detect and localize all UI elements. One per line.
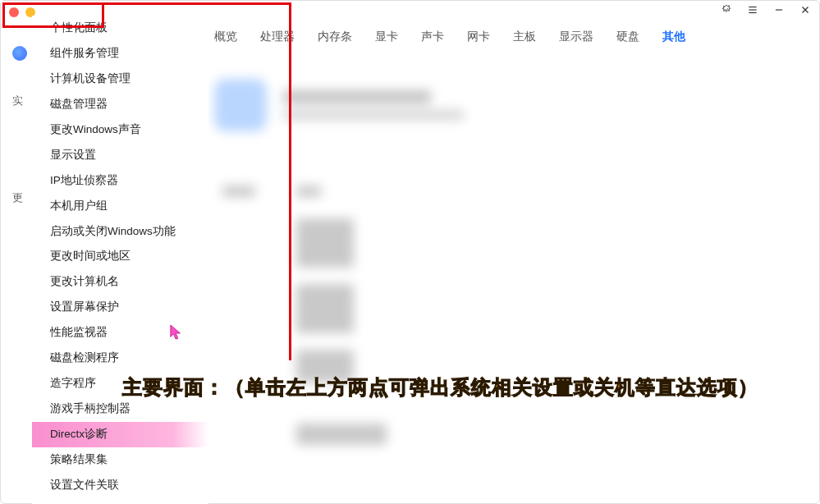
tab-8[interactable]: 硬盘 — [616, 30, 639, 44]
tab-1[interactable]: 处理器 — [260, 30, 295, 44]
sidebar-label-2[interactable]: 更 — [12, 190, 34, 205]
annotation-text: 主要界面：（单击左上方两点可弹出系统相关设置或关机等直达选项） — [122, 374, 758, 401]
tab-0[interactable]: 概览 — [214, 30, 237, 44]
tab-4[interactable]: 声卡 — [421, 30, 444, 44]
tab-6[interactable]: 主板 — [513, 30, 536, 44]
tab-5[interactable]: 网卡 — [467, 30, 490, 44]
menu-item-16[interactable]: Directx诊断 — [32, 422, 208, 447]
context-menu: 个性化面板组件服务管理计算机设备管理磁盘管理器更改Windows声音显示设置IP… — [32, 16, 208, 504]
content-area — [214, 79, 795, 479]
tab-9[interactable]: 其他 — [662, 30, 685, 44]
menu-item-7[interactable]: 本机用户组 — [32, 194, 208, 219]
menu-item-0[interactable]: 个性化面板 — [32, 16, 208, 41]
sidebar-label-1[interactable]: 实 — [12, 94, 34, 108]
menu-item-8[interactable]: 启动或关闭Windows功能 — [32, 219, 208, 245]
app-window: 概览处理器内存条显卡声卡网卡主板显示器硬盘其他 实 更 个性化面板组件服务管理计… — [0, 0, 820, 504]
window-controls — [721, 4, 811, 18]
menu-item-5[interactable]: 显示设置 — [32, 143, 208, 168]
menu-item-6[interactable]: IP地址侦察器 — [32, 168, 208, 194]
menu-item-4[interactable]: 更改Windows声音 — [32, 117, 208, 143]
menu-item-19[interactable]: 远程桌面 — [32, 498, 208, 504]
tab-7[interactable]: 显示器 — [559, 30, 593, 44]
menu-item-3[interactable]: 磁盘管理器 — [32, 92, 208, 117]
hamburger-icon[interactable] — [747, 4, 758, 18]
info-card — [214, 79, 464, 131]
badge-icon[interactable] — [721, 4, 732, 18]
menu-item-9[interactable]: 更改时间或地区 — [32, 244, 208, 269]
menu-item-10[interactable]: 更改计算机名 — [32, 269, 208, 295]
minimize-icon[interactable] — [773, 4, 785, 18]
close-icon[interactable] — [799, 4, 811, 18]
cursor-icon — [169, 323, 184, 344]
menu-item-11[interactable]: 设置屏幕保护 — [32, 295, 208, 320]
menu-item-1[interactable]: 组件服务管理 — [32, 41, 208, 66]
app-logo-icon — [12, 46, 27, 61]
menu-item-18[interactable]: 设置文件关联 — [32, 473, 208, 498]
menu-item-13[interactable]: 磁盘检测程序 — [32, 346, 208, 371]
menu-item-17[interactable]: 策略结果集 — [32, 447, 208, 473]
tab-3[interactable]: 显卡 — [375, 30, 398, 44]
menu-item-2[interactable]: 计算机设备管理 — [32, 66, 208, 92]
left-sidebar: 实 更 — [9, 30, 34, 254]
close-dot[interactable] — [9, 7, 19, 17]
tab-2[interactable]: 内存条 — [318, 30, 352, 44]
